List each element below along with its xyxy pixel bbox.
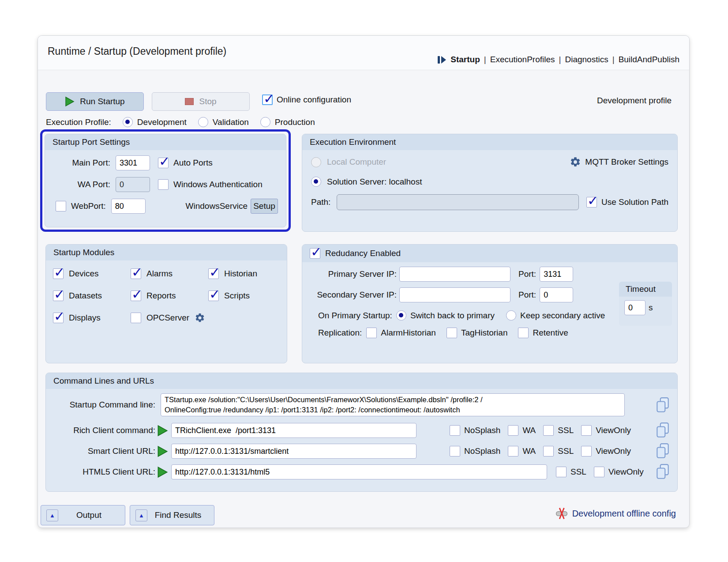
rich-client-launch-icon[interactable] xyxy=(157,425,168,437)
online-configuration-label: Online configuration xyxy=(277,95,351,105)
use-solution-path-checkbox[interactable] xyxy=(586,197,597,207)
retentive-checkbox[interactable] xyxy=(518,328,529,338)
secondary-server-ip-input[interactable] xyxy=(399,287,510,302)
copy-rich-client-icon[interactable] xyxy=(655,422,671,439)
timeout-unit-label: s xyxy=(649,303,653,313)
find-results-button[interactable]: Find Results xyxy=(130,505,214,525)
switch-back-radio[interactable] xyxy=(396,310,406,321)
opcserver-checkbox[interactable] xyxy=(131,313,141,323)
rich-client-command-input[interactable] xyxy=(171,423,417,438)
primary-port-input[interactable] xyxy=(540,267,573,282)
smart-ssl-checkbox[interactable] xyxy=(543,446,554,456)
webport-input[interactable] xyxy=(111,199,146,214)
smart-nosplash-checkbox[interactable] xyxy=(450,446,460,456)
breadcrumb: Startup | ExecutionProfiles | Diagnostic… xyxy=(437,55,679,64)
html5-client-url-input[interactable] xyxy=(171,464,547,479)
execution-environment-panel: Execution Environment Local Computer MQT… xyxy=(302,134,678,232)
solution-server-radio[interactable] xyxy=(311,177,321,187)
redundancy-panel: Redudancy Enabled Timeout s Primary Serv… xyxy=(302,244,678,363)
smart-client-label: Smart Client URL: xyxy=(50,446,155,456)
reports-checkbox[interactable] xyxy=(131,290,141,301)
stop-button[interactable]: Stop xyxy=(152,92,250,111)
alarms-checkbox[interactable] xyxy=(131,268,141,279)
smart-client-url-input[interactable] xyxy=(171,444,417,459)
mqtt-gear-icon[interactable] xyxy=(570,156,581,168)
main-port-label: Main Port: xyxy=(53,158,110,168)
primary-server-ip-input[interactable] xyxy=(399,267,510,282)
rich-nosplash-checkbox[interactable] xyxy=(450,425,460,436)
execution-environment-title: Execution Environment xyxy=(302,134,677,150)
rich-wa-checkbox[interactable] xyxy=(508,425,518,436)
tab-diagnostics[interactable]: Diagnostics xyxy=(565,55,608,64)
copy-smart-client-icon[interactable] xyxy=(655,443,671,460)
html5-ssl-checkbox[interactable] xyxy=(556,467,567,477)
output-button-label: Output xyxy=(58,510,120,520)
offline-config-label[interactable]: Development offline config xyxy=(572,509,676,519)
tab-startup[interactable]: Startup xyxy=(450,55,480,64)
taghistorian-checkbox[interactable] xyxy=(447,328,457,338)
html5-client-label: HTML5 Client URL: xyxy=(50,467,155,477)
keep-secondary-radio[interactable] xyxy=(506,310,516,321)
windows-service-label: WindowsService xyxy=(186,201,248,211)
startup-command-label: Startup Command line: xyxy=(50,400,155,410)
opcserver-gear-icon[interactable] xyxy=(195,313,205,323)
secondary-port-input[interactable] xyxy=(540,287,573,302)
path-input xyxy=(337,194,579,210)
smart-wa-label: WA xyxy=(522,446,536,456)
webport-checkbox[interactable] xyxy=(56,201,66,211)
copy-startup-command-icon[interactable] xyxy=(655,397,671,414)
rich-viewonly-checkbox[interactable] xyxy=(581,425,592,436)
html5-viewonly-checkbox[interactable] xyxy=(594,467,604,477)
startup-command-input[interactable]: TStartup.exe /solution:"C:\Users\User\Do… xyxy=(161,393,625,416)
port-settings-panel: Startup Port Settings Main Port: Auto Po… xyxy=(45,134,286,227)
run-startup-button[interactable]: Run Startup xyxy=(46,92,144,111)
setup-button[interactable]: Setup xyxy=(251,199,278,214)
auto-ports-checkbox[interactable] xyxy=(158,158,169,168)
port-settings-title: Startup Port Settings xyxy=(45,134,286,150)
smart-client-launch-icon[interactable] xyxy=(157,445,168,457)
smart-viewonly-checkbox[interactable] xyxy=(581,446,592,456)
primary-port-label: Port: xyxy=(518,269,536,279)
output-button[interactable]: Output xyxy=(41,505,125,525)
smart-ssl-label: SSL xyxy=(558,446,574,456)
historian-checkbox[interactable] xyxy=(208,268,219,279)
reports-label: Reports xyxy=(146,291,176,301)
devices-checkbox[interactable] xyxy=(53,268,64,279)
alarms-label: Alarms xyxy=(146,269,173,279)
replication-label: Replication: xyxy=(318,328,362,338)
redundancy-enabled-checkbox[interactable] xyxy=(310,248,320,259)
play-icon xyxy=(65,96,75,107)
run-startup-label: Run Startup xyxy=(80,97,124,106)
command-lines-panel: Command Lines and URLs Startup Command l… xyxy=(45,373,678,492)
tab-execution-profiles[interactable]: ExecutionProfiles xyxy=(490,55,555,64)
window-header: Runtime / Startup (Development profile) … xyxy=(38,36,689,70)
mqtt-broker-settings-label[interactable]: MQTT Broker Settings xyxy=(585,157,668,167)
historian-label: Historian xyxy=(224,269,257,279)
displays-checkbox[interactable] xyxy=(53,313,64,323)
timeout-input[interactable] xyxy=(624,300,645,315)
smart-wa-checkbox[interactable] xyxy=(508,446,518,456)
radio-validation[interactable] xyxy=(198,117,208,127)
radio-production[interactable] xyxy=(260,117,270,127)
copy-html5-client-icon[interactable] xyxy=(655,464,671,480)
main-port-input[interactable] xyxy=(116,155,150,170)
rich-ssl-checkbox[interactable] xyxy=(543,425,554,436)
radio-development-label: Development xyxy=(137,117,187,127)
rich-nosplash-label: NoSplash xyxy=(464,426,500,435)
windows-auth-checkbox[interactable] xyxy=(158,179,169,190)
scripts-checkbox[interactable] xyxy=(208,290,219,301)
radio-development[interactable] xyxy=(123,117,133,127)
html5-client-launch-icon[interactable] xyxy=(157,466,168,478)
execution-profile-label: Execution Profile: xyxy=(46,117,111,127)
rich-ssl-label: SSL xyxy=(558,426,574,435)
breadcrumb-icon xyxy=(437,55,447,64)
alarmhistorian-checkbox[interactable] xyxy=(366,328,377,338)
local-computer-label: Local Computer xyxy=(327,157,386,167)
datasets-checkbox[interactable] xyxy=(53,290,64,301)
timeout-label: Timeout xyxy=(619,282,672,297)
online-configuration-checkbox[interactable] xyxy=(262,94,273,105)
secondary-server-ip-label: Secondary Server IP: xyxy=(308,290,397,300)
rich-client-label: Rich Client command: xyxy=(50,426,155,435)
tab-build-and-publish[interactable]: BuildAndPublish xyxy=(619,55,679,64)
collapse-up-icon xyxy=(135,509,147,521)
